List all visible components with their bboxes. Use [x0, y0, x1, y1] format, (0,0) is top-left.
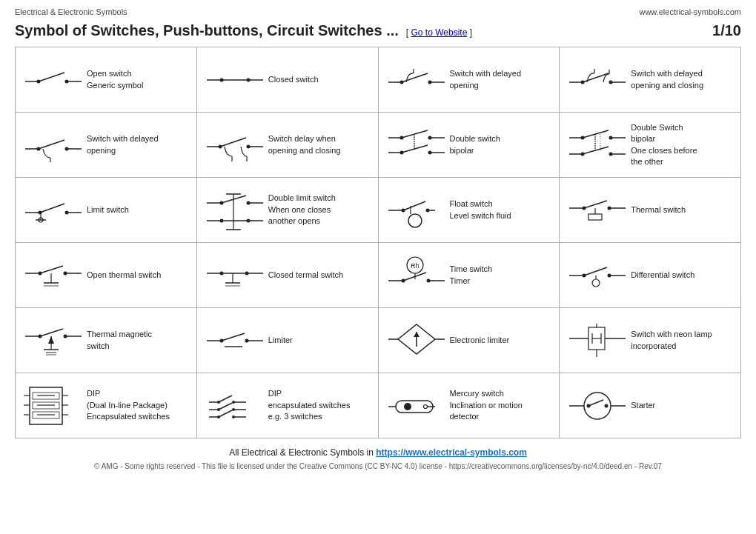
cell-dip-switches: DIP(Dual In-line Package)Encapsulated sw… [16, 373, 197, 438]
label-time-switch: Time switchTimer [450, 264, 555, 287]
svg-line-138 [222, 333, 245, 341]
icon-switch-delay-open-close [202, 124, 268, 165]
svg-line-175 [219, 403, 232, 410]
icon-limit-switch [20, 192, 87, 229]
cell-switch-delayed-opening-r1: Switch with delayedopening [379, 47, 560, 113]
svg-rect-154 [30, 387, 62, 424]
svg-line-83 [403, 201, 425, 210]
cell-open-thermal-switch: Open thermal switch [16, 243, 197, 308]
svg-marker-131 [48, 336, 54, 344]
label-limiter: Limiter [268, 335, 374, 346]
icon-mercury-switch [383, 387, 450, 424]
svg-line-32 [220, 138, 246, 147]
goto-website-link[interactable]: Go to Website [411, 27, 468, 38]
icon-open-switch [20, 65, 87, 95]
svg-line-13 [402, 73, 428, 82]
label-switch-delayed-opening-r1: Switch with delayedopening [450, 68, 555, 91]
icon-thermal-switch [564, 192, 631, 229]
cell-closed-switch: Closed switch [197, 47, 379, 113]
cell-mercury-switch: Mercury switchInclination or motiondetec… [379, 373, 560, 438]
svg-line-97 [40, 266, 63, 273]
cell-switch-delay-open-close: Switch delay whenopening and closing [197, 113, 379, 178]
svg-point-123 [592, 279, 600, 287]
svg-point-189 [605, 404, 609, 408]
label-double-limit-switch: Double limit switchWhen one closesanothe… [268, 193, 374, 227]
icon-float-switch [383, 190, 450, 230]
cell-float-switch: Float switchLevel switch fluid [379, 178, 560, 243]
footer-link-section: All Electrical & Electronic Symbols in h… [15, 447, 741, 458]
cell-starter: Starter [560, 373, 741, 438]
icon-limiter [202, 326, 268, 356]
label-switch-neon-lamp: Switch with neon lampincorporated [631, 329, 736, 352]
cell-dip-3switches: DIPencapsulated switchese.g. 3 switches [197, 373, 379, 438]
label-limit-switch: Limit switch [87, 204, 192, 216]
svg-text:Rh: Rh [411, 262, 420, 270]
cell-switch-delayed-open-close: Switch with delayedopening and closing [560, 47, 741, 113]
cell-thermal-switch: Thermal switch [560, 178, 741, 243]
svg-line-190 [588, 400, 603, 406]
cell-thermal-magnetic-switch: Thermal magneticswitch [16, 308, 197, 373]
cell-switch-delayed-opening-r2: Switch with delayedopening [16, 113, 197, 178]
svg-point-183 [404, 403, 411, 410]
svg-line-90 [584, 201, 607, 208]
icon-switch-delayed-opening-r2 [20, 127, 87, 164]
icon-open-thermal-switch [20, 255, 87, 296]
header-left: Electrical & Electronic Symbols [15, 7, 127, 16]
icon-electronic-limiter [383, 318, 450, 363]
cell-open-switch: Open switchGeneric symbol [16, 47, 197, 113]
svg-point-85 [408, 214, 422, 227]
cell-double-limit-switch: Double limit switchWhen one closesanothe… [197, 178, 379, 243]
svg-point-186 [423, 404, 427, 408]
label-double-switch-bipolar-seq: Double SwitchbipolarOne closes beforethe… [631, 122, 736, 168]
label-starter: Starter [631, 400, 736, 411]
cell-double-switch-bipolar: Double switchbipolar [379, 113, 560, 178]
cell-differential-switch: Differential switch [560, 243, 741, 308]
icon-closed-thermal-switch [202, 255, 268, 296]
svg-line-180 [219, 410, 232, 417]
icon-dip-switches [20, 384, 87, 428]
cell-electronic-limiter: Electronic limiter [379, 308, 560, 373]
svg-line-121 [584, 267, 607, 276]
label-thermal-switch: Thermal switch [631, 204, 736, 216]
icon-switch-delayed-opening-r1 [383, 61, 450, 99]
icon-switch-delayed-open-close [564, 61, 631, 99]
cell-switch-neon-lamp: Switch with neon lampincorporated [560, 308, 741, 373]
label-switch-delayed-open-close: Switch with delayedopening and closing [631, 68, 736, 91]
icon-double-limit-switch [202, 188, 268, 233]
label-mercury-switch: Mercury switchInclination or motiondetec… [450, 388, 555, 422]
page-number: 1/10 [712, 22, 741, 39]
svg-line-62 [40, 204, 64, 213]
footer-text: All Electrical & Electronic Symbols in [229, 447, 376, 458]
svg-marker-143 [414, 332, 420, 337]
icon-switch-neon-lamp [564, 320, 631, 361]
cell-time-switch: Rh Time switchTimer [379, 243, 560, 308]
label-dip-switches: DIP(Dual In-line Package)Encapsulated sw… [87, 388, 192, 422]
cell-closed-thermal-switch: Closed termal switch [197, 243, 379, 308]
svg-line-26 [39, 140, 64, 149]
icon-dip-3switches [202, 384, 268, 428]
icon-double-switch-bipolar-seq [564, 124, 631, 165]
cell-limiter: Limiter [197, 308, 379, 373]
label-switch-delay-open-close: Switch delay whenopening and closing [268, 133, 374, 156]
icon-double-switch-bipolar [383, 124, 450, 165]
label-float-switch: Float switchLevel switch fluid [450, 198, 555, 221]
icon-thermal-magnetic-switch [20, 320, 87, 361]
label-electronic-limiter: Electronic limiter [450, 335, 555, 346]
icon-closed-switch [202, 65, 268, 95]
label-double-switch-bipolar: Double switchbipolar [450, 133, 555, 156]
header-right: www.electrical-symbols.com [639, 7, 741, 16]
cell-limit-switch: Limit switch [16, 178, 197, 243]
svg-rect-92 [588, 214, 602, 220]
svg-line-128 [40, 329, 63, 336]
label-dip-3switches: DIPencapsulated switchese.g. 3 switches [268, 388, 374, 422]
label-closed-thermal-switch: Closed termal switch [268, 270, 374, 281]
footer-credit: © AMG - Some rights reserved - This file… [15, 462, 741, 470]
label-differential-switch: Differential switch [631, 270, 736, 281]
footer-link[interactable]: https://www.electrical-symbols.com [376, 447, 527, 458]
label-thermal-magnetic-switch: Thermal magneticswitch [87, 329, 192, 352]
icon-differential-switch [564, 257, 631, 294]
page-title: Symbol of Switches, Push-buttons, Circui… [15, 22, 472, 39]
symbols-grid: Open switchGeneric symbol Closed switch [15, 47, 741, 438]
icon-time-switch: Rh [383, 255, 450, 296]
cell-double-switch-bipolar-seq: Double SwitchbipolarOne closes beforethe… [560, 113, 741, 178]
